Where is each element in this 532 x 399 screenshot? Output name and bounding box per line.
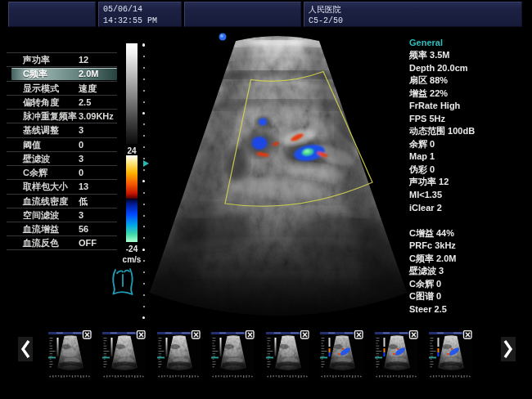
thumbnail[interactable]: [375, 330, 418, 381]
info-row: Map 1: [409, 150, 530, 164]
info-row: iClear 2: [409, 202, 530, 215]
thumbnail-image: [48, 330, 92, 381]
parameter-panel: 声功率12C频率2.0M显示模式速度偏转角度2.5脉冲重复频率3.09KHz基线…: [0, 52, 123, 250]
param-label: 阈值: [23, 138, 41, 150]
param-row[interactable]: 空间滤波3: [7, 208, 117, 222]
thumbnail[interactable]: [48, 330, 92, 381]
thumbnail-image: [429, 330, 472, 381]
thumbnail[interactable]: [429, 330, 472, 381]
patient-info-box[interactable]: [8, 2, 96, 27]
param-row[interactable]: C频率2.0M: [7, 66, 117, 80]
ruler-minor-tick: [143, 169, 145, 171]
info-row: 增益 22%: [409, 87, 530, 101]
info-panel: General 频率 3.5MDepth 20.0cm扇区 88%增益 22%F…: [409, 36, 530, 316]
info-row: Steer 2.5: [409, 303, 530, 316]
doppler-colorbar: [126, 155, 138, 242]
ruler-minor-tick: [143, 56, 145, 57]
param-row[interactable]: 取样包大小13: [7, 179, 117, 193]
param-value: 0: [79, 140, 83, 150]
param-label: 基线调整: [23, 124, 59, 137]
next-thumbnails-button[interactable]: [501, 337, 516, 361]
thumbnail-close-button[interactable]: [83, 331, 91, 339]
info-row: C频率 2.0M: [409, 253, 530, 266]
probe-id: C5-2/50: [309, 16, 343, 27]
bmode-params: 频率 3.5MDepth 20.0cm扇区 88%增益 22%FrRate Hi…: [409, 49, 530, 214]
param-row[interactable]: 脉冲重复频率3.09KHz: [7, 109, 117, 123]
prev-thumbnails-button[interactable]: [18, 337, 33, 361]
param-label: C余辉: [23, 167, 47, 179]
ruler-minor-tick: [143, 158, 145, 159]
thumbnail-close-button[interactable]: [355, 331, 363, 339]
param-row[interactable]: 血流线密度低: [7, 194, 117, 208]
ruler-minor-tick: [143, 67, 145, 69]
body-marker-icon[interactable]: [109, 265, 137, 298]
ruler-minor-tick: [143, 135, 145, 137]
thumbnail[interactable]: [211, 330, 255, 381]
param-row[interactable]: 阈值0: [7, 137, 117, 151]
thumbnail-close-button[interactable]: [464, 331, 472, 339]
ruler-minor-tick: [143, 146, 145, 148]
exam-info-box[interactable]: [184, 2, 301, 27]
param-value: 速度: [79, 82, 97, 94]
thumbnail[interactable]: [266, 330, 309, 381]
param-value: 3.09KHz: [79, 111, 114, 121]
thumbnail[interactable]: [157, 330, 201, 381]
info-row: C增益 44%: [409, 227, 530, 240]
hospital-name: 人民医院: [309, 4, 343, 16]
info-row: 频率 3.5M: [409, 49, 530, 62]
param-label: 偏转角度: [23, 96, 59, 108]
param-value: 3: [79, 210, 83, 220]
ruler-minor-tick: [143, 215, 145, 217]
ultrasound-image[interactable]: [139, 33, 409, 323]
param-row[interactable]: C余辉0: [7, 165, 117, 179]
info-row: C余辉 0: [409, 278, 530, 291]
ruler-minor-tick: [143, 283, 145, 285]
color-params: C增益 44%PRFc 3kHzC频率 2.0M壁滤波 3C余辉 0C图谱 0S…: [409, 227, 530, 316]
thumbnail[interactable]: [320, 330, 363, 381]
chevron-left-icon: [20, 339, 31, 359]
info-row: 动态范围 100dB: [409, 125, 530, 138]
thumbnail-close-button[interactable]: [138, 331, 146, 339]
param-row[interactable]: 壁滤波3: [7, 151, 117, 165]
thumbnail-close-button[interactable]: [246, 331, 255, 339]
param-row[interactable]: 血流增益56: [7, 222, 117, 235]
param-label: 血流增益: [23, 223, 59, 235]
thumbnail-close-button[interactable]: [192, 331, 200, 339]
ruler-minor-tick: [143, 260, 145, 262]
param-label: 血流线密度: [23, 195, 68, 207]
ruler-minor-tick: [143, 192, 145, 194]
info-row: 伪彩 0: [409, 164, 530, 177]
param-value: 56: [79, 224, 88, 234]
param-value: OFF: [79, 238, 97, 248]
info-row: C图谱 0: [409, 290, 530, 303]
param-value: 0: [79, 168, 83, 177]
chevron-right-icon: [503, 339, 514, 359]
ruler-minor-tick: [143, 271, 145, 273]
ruler-minor-tick: [143, 101, 145, 103]
thumbnail-image: [375, 330, 418, 381]
param-label: 声功率: [23, 54, 50, 66]
info-row: MI<1.35: [409, 189, 530, 202]
param-row[interactable]: 基线调整3: [7, 123, 117, 137]
orientation-marker-highlight: [220, 34, 223, 38]
param-row[interactable]: 声功率12: [7, 52, 117, 66]
thumbnail-close-button[interactable]: [300, 331, 309, 339]
thumbnail[interactable]: [102, 330, 146, 381]
param-row[interactable]: 偏转角度2.5: [7, 95, 117, 109]
param-value: 2.0M: [79, 69, 98, 78]
thumbnail-image: [266, 330, 309, 381]
time-text: 14:32:55 PM: [103, 16, 157, 27]
param-row[interactable]: 血流反色OFF: [7, 235, 117, 249]
param-label: 血流反色: [23, 236, 59, 249]
info-row: Depth 20.0cm: [409, 62, 530, 75]
thumbnail-close-button[interactable]: [409, 331, 417, 339]
ruler-minor-tick: [143, 306, 145, 307]
param-label: C频率: [23, 68, 47, 80]
thumbnail-image: [157, 330, 201, 381]
info-row: 余辉 0: [409, 138, 530, 151]
param-row[interactable]: 显示模式速度: [7, 81, 117, 95]
param-value: 2.5: [79, 97, 91, 107]
info-row: 声功率 12: [409, 176, 530, 189]
param-label: 脉冲重复频率: [23, 110, 77, 123]
param-value: 3: [79, 154, 83, 164]
